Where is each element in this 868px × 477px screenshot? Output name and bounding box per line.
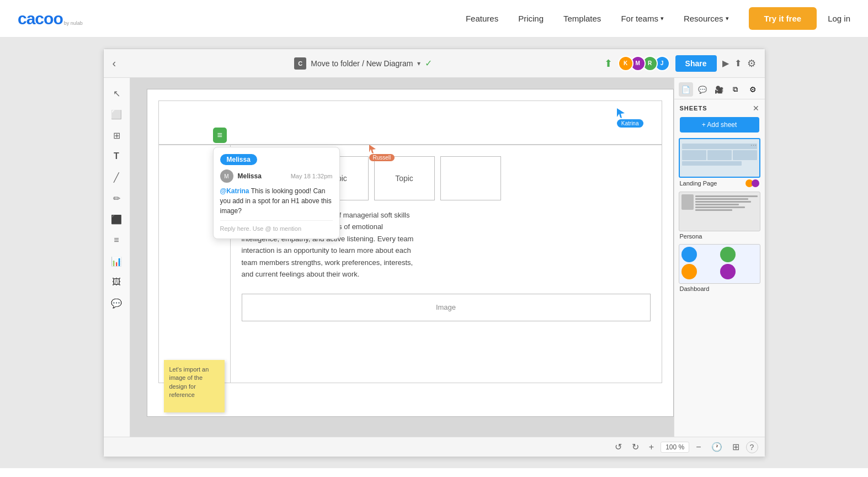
- main-nav: cacoo by nulab Features Pricing Template…: [0, 0, 868, 38]
- sheets-close-button[interactable]: ✕: [753, 104, 759, 113]
- zoom-out-button[interactable]: −: [693, 441, 704, 453]
- logo-sub: by nulab: [64, 20, 83, 26]
- header-wireframe: [158, 100, 662, 145]
- canvas-area[interactable]: Topic Topic: [130, 78, 674, 437]
- comment-meta: M Melissa May 18 1:32pm: [220, 169, 333, 183]
- commenter-avatar: M: [220, 169, 233, 183]
- login-link[interactable]: Log in: [828, 14, 850, 23]
- katrina-label: Katrina: [617, 119, 643, 128]
- logo-text: cacoo: [18, 10, 63, 27]
- back-button[interactable]: ‹: [113, 57, 116, 70]
- cursor-green-icon: ⬆: [604, 57, 613, 70]
- sheet-thumb-dots: ···: [750, 140, 757, 149]
- topic-box-3: Russell Topic: [374, 156, 435, 200]
- panel-tab-copy-icon[interactable]: ⧉: [728, 82, 743, 97]
- add-element-button[interactable]: +: [646, 441, 657, 453]
- russell-label: Russell: [369, 154, 395, 161]
- main-content: ‹ C Move to folder / New Diagram ▾ ✓ ⬆ K…: [0, 38, 868, 468]
- avatar-group: K M R J: [618, 56, 670, 71]
- history-button[interactable]: 🕐: [708, 441, 726, 453]
- nav-link-for-teams[interactable]: For teams▾: [621, 14, 664, 23]
- persona-face-icon: [681, 194, 694, 210]
- logo[interactable]: cacoo by nulab: [18, 10, 83, 27]
- table-tool-button[interactable]: ≡: [108, 231, 125, 249]
- sheet-thumb-persona: [679, 192, 760, 231]
- bottom-bar: ↺ ↻ + 100 % − 🕐 ⊞ ?: [104, 437, 765, 457]
- sheet-thumb-landing: ···: [679, 138, 760, 178]
- image-tool-button[interactable]: 🖼: [108, 273, 125, 291]
- panel-tab-video-icon[interactable]: 🎥: [712, 82, 726, 97]
- add-sheet-button[interactable]: + Add sheet: [680, 117, 759, 132]
- nav-link-pricing[interactable]: Pricing: [518, 14, 544, 23]
- rectangle-tool-button[interactable]: ⬜: [108, 105, 125, 123]
- nav-link-templates[interactable]: Templates: [563, 14, 601, 23]
- sheet-avatars-landing: [745, 179, 759, 187]
- sheet-label-persona: Persona: [679, 233, 760, 240]
- comment-text: @Katrina This is looking good! Can you a…: [220, 186, 333, 216]
- svg-marker-0: [369, 145, 376, 153]
- zoom-display: 100 %: [661, 442, 689, 453]
- sheets-title: SHEETS: [680, 105, 707, 112]
- sheet-item-persona[interactable]: Persona: [679, 192, 760, 240]
- right-panel: 📄 💬 🎥 ⧉ ⚙ SHEETS ✕ + Add sheet ···: [674, 78, 765, 437]
- panel-tab-comment-icon[interactable]: 💬: [695, 82, 710, 97]
- app-settings-button[interactable]: ⚙: [747, 57, 756, 70]
- sheet-thumb-dashboard: [679, 244, 760, 284]
- russell-cursor: Russell: [369, 145, 395, 161]
- svg-marker-1: [617, 108, 625, 118]
- app-toolbar: ‹ C Move to folder / New Diagram ▾ ✓ ⬆ K…: [104, 49, 765, 78]
- sticky-note[interactable]: Let's import an image of the design for …: [164, 360, 225, 412]
- topic-box-4: [440, 156, 501, 200]
- panel-settings-icon[interactable]: ⚙: [746, 82, 760, 97]
- sheet-item-landing-page[interactable]: ··· Landing Page: [679, 138, 760, 187]
- comment-icon[interactable]: ≡: [213, 128, 227, 143]
- help-button[interactable]: ?: [746, 441, 758, 453]
- sheet-label-landing: Landing Page: [679, 179, 760, 187]
- diagram-title: C Move to folder / New Diagram ▾ ✓: [123, 57, 604, 70]
- sheet-item-dashboard[interactable]: Dashboard: [679, 244, 760, 292]
- dropdown-arrow-icon: ▾: [417, 60, 420, 67]
- chart-tool-button[interactable]: 📊: [108, 252, 125, 270]
- comment-tool-button[interactable]: 💬: [108, 294, 125, 312]
- panel-tabs: 📄 💬 🎥 ⧉ ⚙: [674, 78, 765, 99]
- line-tool-button[interactable]: ╱: [108, 168, 125, 186]
- nav-link-features[interactable]: Features: [466, 14, 498, 23]
- saved-check-icon: ✓: [425, 58, 432, 68]
- try-it-free-button[interactable]: Try it free: [749, 7, 817, 30]
- redo-button[interactable]: ↻: [629, 441, 642, 453]
- select-tool-button[interactable]: ↖: [108, 84, 125, 102]
- play-button[interactable]: ▶: [722, 58, 729, 68]
- panel-tab-page-icon[interactable]: 📄: [679, 82, 693, 97]
- shape-tool-button[interactable]: ⬛: [108, 210, 125, 228]
- cacoo-icon: C: [294, 57, 306, 70]
- katrina-cursor: Katrina: [617, 108, 643, 128]
- header-actions: ⬆ K M R J Share ▶ ⬆ ⚙: [604, 55, 756, 72]
- comment-timestamp: May 18 1:32pm: [291, 173, 333, 179]
- avatar-1: K: [618, 56, 633, 71]
- comment-popup: Melissa M Melissa May 18 1:32pm @Katrina…: [213, 147, 340, 239]
- comment-bubble[interactable]: ≡ Melissa M Melissa May 18 1:32pm @Katri…: [213, 128, 227, 143]
- sheet-label-dashboard: Dashboard: [679, 285, 760, 292]
- comment-author-tag: Melissa: [220, 154, 257, 165]
- pen-tool-button[interactable]: ✏: [108, 189, 125, 207]
- left-toolbar: ↖ ⬜ ⊞ T ╱ ✏ ⬛ ≡ 📊 🖼 💬: [104, 78, 130, 437]
- export-button[interactable]: ⬆: [734, 58, 742, 68]
- undo-button[interactable]: ↺: [611, 441, 625, 453]
- app-window: ‹ C Move to folder / New Diagram ▾ ✓ ⬆ K…: [103, 49, 765, 457]
- app-body: ↖ ⬜ ⊞ T ╱ ✏ ⬛ ≡ 📊 🖼 💬: [104, 78, 765, 437]
- sheets-header: SHEETS ✕: [674, 99, 765, 115]
- grid-tool-button[interactable]: ⊞: [108, 126, 125, 144]
- fit-button[interactable]: ⊞: [729, 441, 743, 453]
- share-button[interactable]: Share: [675, 55, 717, 72]
- for-teams-chevron-icon: ▾: [661, 15, 664, 22]
- diagram-title-text[interactable]: Move to folder / New Diagram: [311, 59, 413, 68]
- text-tool-button[interactable]: T: [108, 147, 125, 165]
- resources-chevron-icon: ▾: [726, 15, 729, 22]
- comment-reply-area[interactable]: Reply here. Use @ to mention: [220, 220, 333, 232]
- image-placeholder-box: Image: [242, 294, 651, 321]
- commenter-name: Melissa: [238, 172, 262, 180]
- comment-mention: @Katrina: [220, 187, 249, 195]
- nav-link-resources[interactable]: Resources▾: [684, 14, 729, 23]
- nav-links: Features Pricing Templates For teams▾ Re…: [466, 14, 729, 23]
